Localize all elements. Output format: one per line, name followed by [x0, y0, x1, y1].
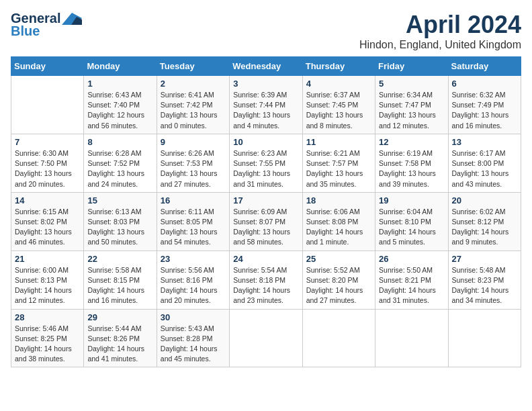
day-info: Sunrise: 6:13 AM Sunset: 8:03 PM Dayligh…	[87, 207, 152, 248]
location-title: Hindon, England, United Kingdom	[359, 39, 521, 51]
day-info: Sunrise: 6:41 AM Sunset: 7:42 PM Dayligh…	[161, 90, 226, 131]
day-info: Sunrise: 6:26 AM Sunset: 7:53 PM Dayligh…	[161, 148, 226, 189]
day-header-tuesday: Tuesday	[157, 57, 229, 76]
day-number: 13	[452, 137, 517, 147]
calendar-cell: 25Sunrise: 5:52 AM Sunset: 8:20 PM Dayli…	[302, 250, 375, 309]
day-header-wednesday: Wednesday	[230, 57, 302, 76]
day-header-monday: Monday	[84, 57, 157, 76]
calendar-cell: 20Sunrise: 6:02 AM Sunset: 8:12 PM Dayli…	[448, 192, 521, 250]
calendar-table: SundayMondayTuesdayWednesdayThursdayFrid…	[11, 56, 521, 367]
calendar-cell: 19Sunrise: 6:04 AM Sunset: 8:10 PM Dayli…	[375, 192, 448, 250]
day-number: 15	[87, 195, 152, 205]
day-info: Sunrise: 5:50 AM Sunset: 8:21 PM Dayligh…	[379, 265, 444, 306]
day-number: 22	[87, 254, 152, 264]
days-header-row: SundayMondayTuesdayWednesdayThursdayFrid…	[11, 57, 521, 76]
calendar-cell: 1Sunrise: 6:43 AM Sunset: 7:40 PM Daylig…	[84, 76, 157, 134]
day-info: Sunrise: 5:52 AM Sunset: 8:20 PM Dayligh…	[306, 265, 371, 306]
calendar-cell: 16Sunrise: 6:11 AM Sunset: 8:05 PM Dayli…	[157, 192, 229, 250]
calendar-cell: 29Sunrise: 5:44 AM Sunset: 8:26 PM Dayli…	[84, 309, 157, 367]
day-number: 21	[15, 254, 80, 264]
calendar-cell: 10Sunrise: 6:23 AM Sunset: 7:55 PM Dayli…	[230, 134, 302, 192]
calendar-cell	[448, 309, 521, 367]
calendar-week-4: 21Sunrise: 6:00 AM Sunset: 8:13 PM Dayli…	[11, 250, 521, 309]
day-info: Sunrise: 6:19 AM Sunset: 7:58 PM Dayligh…	[379, 148, 444, 189]
day-info: Sunrise: 6:17 AM Sunset: 8:00 PM Dayligh…	[452, 148, 517, 189]
day-header-thursday: Thursday	[302, 57, 375, 76]
calendar-cell: 27Sunrise: 5:48 AM Sunset: 8:23 PM Dayli…	[448, 250, 521, 309]
day-info: Sunrise: 6:21 AM Sunset: 7:57 PM Dayligh…	[306, 148, 371, 189]
day-number: 4	[306, 79, 371, 89]
day-number: 25	[306, 254, 371, 264]
day-info: Sunrise: 5:46 AM Sunset: 8:25 PM Dayligh…	[15, 324, 80, 365]
calendar-cell	[375, 309, 448, 367]
calendar-cell: 6Sunrise: 6:32 AM Sunset: 7:49 PM Daylig…	[448, 76, 521, 134]
calendar-cell: 23Sunrise: 5:56 AM Sunset: 8:16 PM Dayli…	[157, 250, 229, 309]
day-number: 11	[306, 137, 371, 147]
day-info: Sunrise: 5:44 AM Sunset: 8:26 PM Dayligh…	[87, 324, 152, 365]
day-number: 27	[452, 254, 517, 264]
day-info: Sunrise: 5:56 AM Sunset: 8:16 PM Dayligh…	[161, 265, 226, 306]
day-number: 24	[233, 254, 298, 264]
day-header-friday: Friday	[375, 57, 448, 76]
day-number: 19	[379, 195, 444, 205]
day-info: Sunrise: 6:32 AM Sunset: 7:49 PM Dayligh…	[452, 90, 517, 131]
calendar-cell: 14Sunrise: 6:15 AM Sunset: 8:02 PM Dayli…	[11, 192, 84, 250]
calendar-week-1: 1Sunrise: 6:43 AM Sunset: 7:40 PM Daylig…	[11, 76, 521, 134]
day-number: 2	[161, 79, 226, 89]
day-number: 16	[161, 195, 226, 205]
day-info: Sunrise: 6:02 AM Sunset: 8:12 PM Dayligh…	[452, 207, 517, 248]
day-info: Sunrise: 6:28 AM Sunset: 7:52 PM Dayligh…	[87, 148, 152, 189]
title-area: April 2024 Hindon, England, United Kingd…	[359, 11, 521, 51]
calendar-cell: 7Sunrise: 6:30 AM Sunset: 7:50 PM Daylig…	[11, 134, 84, 192]
calendar-cell	[302, 309, 375, 367]
day-number: 3	[233, 79, 298, 89]
calendar-cell: 30Sunrise: 5:43 AM Sunset: 8:28 PM Dayli…	[157, 309, 229, 367]
calendar-cell: 22Sunrise: 5:58 AM Sunset: 8:15 PM Dayli…	[84, 250, 157, 309]
day-info: Sunrise: 6:23 AM Sunset: 7:55 PM Dayligh…	[233, 148, 298, 189]
day-number: 26	[379, 254, 444, 264]
day-info: Sunrise: 5:48 AM Sunset: 8:23 PM Dayligh…	[452, 265, 517, 306]
calendar-cell: 12Sunrise: 6:19 AM Sunset: 7:58 PM Dayli…	[375, 134, 448, 192]
day-number: 8	[87, 137, 152, 147]
day-number: 9	[161, 137, 226, 147]
calendar-cell: 3Sunrise: 6:39 AM Sunset: 7:44 PM Daylig…	[230, 76, 302, 134]
header: General Blue April 2024 Hindon, England,…	[11, 11, 521, 51]
day-number: 10	[233, 137, 298, 147]
day-info: Sunrise: 5:43 AM Sunset: 8:28 PM Dayligh…	[161, 324, 226, 365]
calendar-cell	[230, 309, 302, 367]
calendar-cell: 26Sunrise: 5:50 AM Sunset: 8:21 PM Dayli…	[375, 250, 448, 309]
day-number: 5	[379, 79, 444, 89]
calendar-cell: 8Sunrise: 6:28 AM Sunset: 7:52 PM Daylig…	[84, 134, 157, 192]
day-info: Sunrise: 6:43 AM Sunset: 7:40 PM Dayligh…	[87, 90, 152, 131]
day-header-sunday: Sunday	[11, 57, 84, 76]
day-number: 17	[233, 195, 298, 205]
day-number: 18	[306, 195, 371, 205]
calendar-cell: 4Sunrise: 6:37 AM Sunset: 7:45 PM Daylig…	[302, 76, 375, 134]
day-number: 23	[161, 254, 226, 264]
day-info: Sunrise: 6:00 AM Sunset: 8:13 PM Dayligh…	[15, 265, 80, 306]
day-info: Sunrise: 6:15 AM Sunset: 8:02 PM Dayligh…	[15, 207, 80, 248]
logo-text-blue: Blue	[11, 24, 40, 39]
calendar-week-2: 7Sunrise: 6:30 AM Sunset: 7:50 PM Daylig…	[11, 134, 521, 192]
day-info: Sunrise: 6:30 AM Sunset: 7:50 PM Dayligh…	[15, 148, 80, 189]
day-info: Sunrise: 6:37 AM Sunset: 7:45 PM Dayligh…	[306, 90, 371, 131]
day-number: 30	[161, 312, 226, 322]
calendar-cell: 5Sunrise: 6:34 AM Sunset: 7:47 PM Daylig…	[375, 76, 448, 134]
calendar-cell	[11, 76, 84, 134]
calendar-cell: 24Sunrise: 5:54 AM Sunset: 8:18 PM Dayli…	[230, 250, 302, 309]
logo-icon	[62, 13, 82, 25]
logo: General Blue	[11, 11, 82, 39]
month-title: April 2024	[359, 11, 521, 39]
day-number: 12	[379, 137, 444, 147]
day-info: Sunrise: 5:58 AM Sunset: 8:15 PM Dayligh…	[87, 265, 152, 306]
day-info: Sunrise: 6:34 AM Sunset: 7:47 PM Dayligh…	[379, 90, 444, 131]
calendar-week-3: 14Sunrise: 6:15 AM Sunset: 8:02 PM Dayli…	[11, 192, 521, 250]
day-info: Sunrise: 6:06 AM Sunset: 8:08 PM Dayligh…	[306, 207, 371, 248]
calendar-week-5: 28Sunrise: 5:46 AM Sunset: 8:25 PM Dayli…	[11, 309, 521, 367]
calendar-cell: 9Sunrise: 6:26 AM Sunset: 7:53 PM Daylig…	[157, 134, 229, 192]
day-info: Sunrise: 6:39 AM Sunset: 7:44 PM Dayligh…	[233, 90, 298, 131]
day-info: Sunrise: 5:54 AM Sunset: 8:18 PM Dayligh…	[233, 265, 298, 306]
calendar-cell: 28Sunrise: 5:46 AM Sunset: 8:25 PM Dayli…	[11, 309, 84, 367]
calendar-cell: 2Sunrise: 6:41 AM Sunset: 7:42 PM Daylig…	[157, 76, 229, 134]
calendar-cell: 21Sunrise: 6:00 AM Sunset: 8:13 PM Dayli…	[11, 250, 84, 309]
